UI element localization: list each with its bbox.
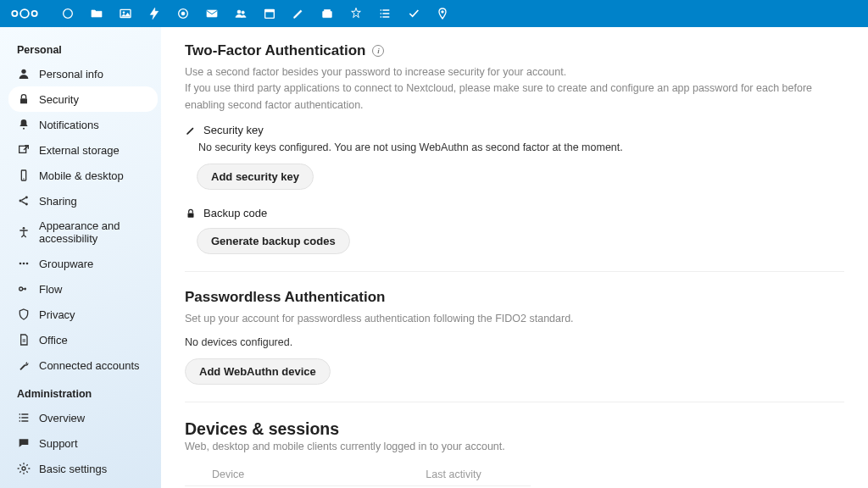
svg-point-28 bbox=[26, 263, 29, 265]
maps-icon[interactable] bbox=[436, 7, 449, 20]
svg-point-22 bbox=[19, 200, 22, 202]
lists-icon[interactable] bbox=[378, 7, 392, 20]
svg-point-7 bbox=[181, 12, 185, 15]
sidebar-item-overview[interactable]: Overview bbox=[8, 405, 158, 430]
sidebar-item-label: Personal info bbox=[39, 68, 103, 80]
svg-rect-12 bbox=[265, 9, 275, 12]
gear-icon bbox=[17, 462, 31, 475]
sidebar-item-personal-info[interactable]: Personal info bbox=[8, 61, 158, 86]
calendar-icon[interactable] bbox=[263, 7, 276, 20]
sidebar-item-privacy[interactable]: Privacy bbox=[8, 302, 158, 327]
svg-rect-17 bbox=[20, 98, 27, 103]
generate-backup-codes-button[interactable]: Generate backup codes bbox=[197, 228, 350, 254]
photos-icon[interactable] bbox=[119, 7, 132, 20]
security-key-row: Security key bbox=[185, 124, 844, 136]
backup-code-row: Backup code bbox=[185, 207, 844, 219]
twofa-title: Two-Factor Authentication bbox=[185, 42, 365, 59]
notes-icon[interactable] bbox=[292, 7, 305, 20]
devices-desc: Web, desktop and mobile clients currentl… bbox=[185, 439, 844, 455]
main-content: Two-Factor Authentication i Use a second… bbox=[161, 27, 868, 488]
svg-point-2 bbox=[32, 11, 37, 16]
sidebar-item-flow[interactable]: Flow bbox=[8, 276, 158, 302]
security-key-note: No security keys configured. You are not… bbox=[198, 141, 844, 153]
sidebar-item-office[interactable]: Office bbox=[8, 327, 158, 352]
backup-code-label: Backup code bbox=[203, 207, 267, 219]
top-bar bbox=[0, 0, 868, 27]
dashboard-icon[interactable] bbox=[61, 7, 75, 20]
sidebar-item-label: Notifications bbox=[39, 119, 99, 131]
sidebar-item-label: External storage bbox=[39, 144, 120, 157]
contacts-icon[interactable] bbox=[234, 7, 248, 20]
svg-rect-8 bbox=[207, 10, 217, 17]
tasks-icon[interactable] bbox=[407, 7, 420, 20]
dots-icon bbox=[17, 257, 31, 270]
svg-point-25 bbox=[23, 227, 25, 230]
col-header-activity: Last activity bbox=[407, 463, 509, 486]
sidebar-item-notifications[interactable]: Notifications bbox=[8, 112, 158, 137]
passwordless-no-devices: No devices configured. bbox=[185, 336, 844, 348]
svg-point-30 bbox=[22, 467, 25, 470]
activity-icon[interactable] bbox=[147, 7, 161, 20]
svg-point-15 bbox=[442, 11, 444, 14]
svg-rect-13 bbox=[323, 11, 332, 17]
sidebar-item-label: Support bbox=[39, 437, 78, 450]
svg-point-9 bbox=[237, 10, 241, 14]
security-key-label: Security key bbox=[203, 124, 264, 136]
bell-icon bbox=[17, 118, 31, 131]
bookmarks-icon[interactable] bbox=[349, 7, 363, 20]
col-header-device: Device bbox=[212, 463, 407, 486]
sidebar-item-sharing[interactable]: Sharing bbox=[8, 188, 158, 214]
add-webauthn-device-button[interactable]: Add WebAuthn device bbox=[185, 358, 331, 385]
sidebar-item-external-storage[interactable]: External storage bbox=[8, 137, 158, 163]
info-icon[interactable]: i bbox=[372, 45, 384, 57]
devices-section: Devices & sessions Web, desktop and mobi… bbox=[185, 419, 844, 489]
sidebar-item-label: Flow bbox=[39, 283, 62, 296]
svg-rect-34 bbox=[188, 213, 194, 217]
chat-icon bbox=[17, 436, 31, 450]
sidebar-item-basic-settings[interactable]: Basic settings bbox=[8, 456, 158, 481]
add-security-key-button[interactable]: Add security key bbox=[197, 164, 314, 190]
mail-icon[interactable] bbox=[205, 7, 219, 20]
sidebar-item-security[interactable]: Security bbox=[8, 86, 158, 112]
passwordless-title: Passwordless Authentication bbox=[185, 289, 385, 306]
sidebar-item-mobile-desktop[interactable]: Mobile & desktop bbox=[8, 163, 158, 188]
lock-icon bbox=[185, 208, 197, 219]
svg-point-21 bbox=[23, 178, 24, 179]
svg-point-29 bbox=[19, 287, 23, 291]
sidebar-item-support[interactable]: Support bbox=[8, 430, 158, 456]
svg-point-1 bbox=[20, 9, 29, 18]
sidebar-item-label: Appearance and accessibility bbox=[39, 219, 151, 245]
passwordless-desc: Set up your account for passwordless aut… bbox=[185, 311, 844, 327]
talk-icon[interactable] bbox=[176, 7, 190, 20]
settings-sidebar: Personal Personal info Security Notifica… bbox=[0, 27, 161, 488]
sidebar-item-connected-accounts[interactable]: Connected accounts bbox=[8, 352, 158, 378]
svg-point-3 bbox=[64, 9, 73, 19]
sidebar-item-label: Connected accounts bbox=[39, 359, 140, 372]
sidebar-item-groupware[interactable]: Groupware bbox=[8, 251, 158, 276]
sidebar-item-label: Security bbox=[39, 93, 79, 106]
flow-icon bbox=[17, 282, 31, 296]
sidebar-item-admin-sharing[interactable]: Sharing bbox=[8, 481, 158, 488]
sidebar-item-label: Overview bbox=[39, 412, 85, 424]
sidebar-section-personal: Personal bbox=[8, 34, 158, 61]
document-icon bbox=[17, 333, 31, 347]
share-icon bbox=[17, 194, 31, 208]
sidebar-section-admin: Administration bbox=[8, 378, 158, 405]
sidebar-item-label: Basic settings bbox=[39, 463, 107, 475]
deck-icon[interactable] bbox=[320, 7, 334, 20]
phone-icon bbox=[17, 169, 31, 182]
svg-point-0 bbox=[12, 11, 17, 16]
sidebar-item-label: Privacy bbox=[39, 308, 75, 321]
files-icon[interactable] bbox=[90, 7, 103, 20]
sidebar-item-appearance[interactable]: Appearance and accessibility bbox=[8, 214, 158, 251]
devices-title: Devices & sessions bbox=[185, 419, 339, 438]
sidebar-item-label: Groupware bbox=[39, 258, 93, 270]
svg-point-27 bbox=[23, 263, 25, 265]
passwordless-section: Passwordless Authentication Set up your … bbox=[185, 289, 844, 402]
svg-point-24 bbox=[25, 203, 28, 206]
twofa-description: Use a second factor besides your passwor… bbox=[185, 64, 844, 114]
nextcloud-logo[interactable] bbox=[8, 7, 41, 20]
svg-point-16 bbox=[21, 69, 25, 74]
accessibility-icon bbox=[17, 225, 31, 239]
svg-rect-14 bbox=[325, 9, 331, 11]
